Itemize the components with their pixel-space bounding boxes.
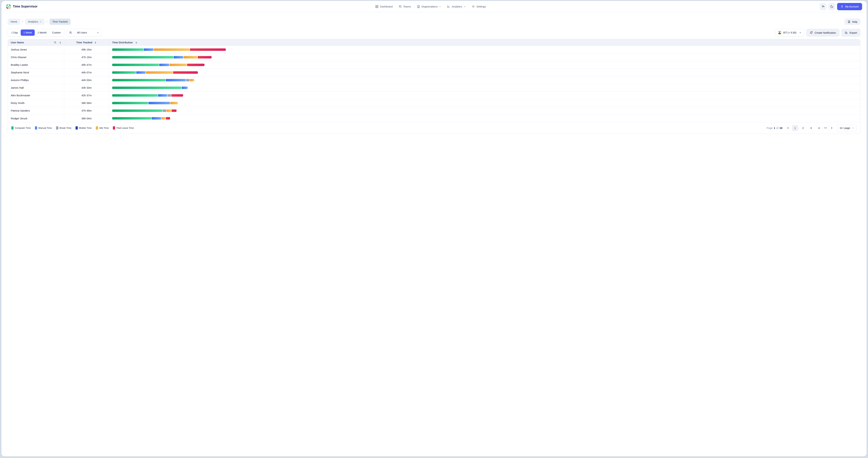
user-name-cell: Bradley Lawlor (8, 61, 64, 68)
legend-swatch-manual (35, 126, 37, 130)
breadcrumb-analytics[interactable]: Analytics (25, 19, 44, 25)
breadcrumb-label: Home (10, 20, 18, 23)
sort-arrow-icon[interactable] (94, 41, 97, 44)
segment-idle (146, 71, 173, 74)
segment-idle (190, 79, 194, 81)
time-distribution-cell (109, 115, 272, 122)
breadcrumb-home[interactable]: Home (8, 19, 20, 25)
legend-item-mobile: Mobile Time (75, 126, 92, 130)
segment-break (186, 79, 189, 81)
table-row[interactable]: Ricky Smith39h 59m (8, 99, 272, 107)
table-row[interactable]: Patricia Sanders37h 49m (8, 107, 272, 115)
legend: Computer TimeManual TimeBreak TimeMobile… (11, 126, 134, 130)
time-tracked-cell: 44h 03m (64, 76, 109, 84)
users-filter-value: All Users (74, 31, 89, 34)
range-button-custom[interactable]: Custom (49, 30, 64, 36)
legend-label: Manual Time (38, 127, 52, 129)
search-icon[interactable] (54, 41, 57, 44)
legend-swatch-computer (11, 126, 13, 130)
legend-item-idle: Idle Time (96, 126, 109, 130)
column-header-user-name[interactable]: User Name (8, 39, 64, 45)
breadcrumb-time-tracked[interactable]: Time Tracked (50, 19, 70, 25)
column-label: User Name (11, 41, 24, 44)
legend-swatch-paid_leave (113, 126, 115, 130)
table-row[interactable]: Alex Buckmaster42h 37m (8, 92, 272, 99)
table-row[interactable]: James Hall43h 33m (8, 84, 272, 92)
table-row[interactable]: Rodger Struck36h 04m (8, 115, 272, 122)
table-row[interactable]: Stephanie Nicol44h 07m (8, 69, 272, 76)
app-window: Time Supervisor Dashboard Teams (1, 1, 272, 142)
segment-paid_leave (173, 71, 198, 74)
segment-manual (136, 71, 146, 74)
segment-idle (169, 64, 187, 66)
table-header: User Name Time Tracked (8, 39, 272, 46)
navbar: Time Supervisor Dashboard Teams (1, 1, 272, 12)
breadcrumb-label: Analytics (28, 20, 38, 23)
time-distribution-cell (109, 46, 272, 53)
legend-swatch-mobile (75, 126, 78, 130)
chevron-down-icon (39, 21, 42, 23)
segment-computer (112, 56, 173, 59)
table-row[interactable]: Bradley Lawlor45h 47m (8, 61, 272, 69)
brand[interactable]: Time Supervisor (6, 4, 51, 9)
time-distribution-bar (112, 64, 205, 66)
user-name-cell: Joshua Jones (8, 46, 64, 53)
user-name-cell: Patricia Sanders (8, 107, 64, 114)
segment-manual (148, 102, 170, 104)
range-button-1-week[interactable]: 1 Week (21, 30, 35, 36)
legend-label: Mobile Time (79, 127, 92, 129)
time-distribution-cell (109, 99, 272, 107)
segment-idle (170, 102, 178, 104)
legend-item-manual: Manual Time (35, 126, 52, 130)
segment-manual (144, 48, 153, 51)
legend-label: Idle Time (99, 127, 109, 129)
range-button-1-month[interactable]: 1 Month (35, 30, 49, 36)
user-name-cell: James Hall (8, 84, 64, 91)
toolbar: 1 Day1 Week1 MonthCustom All Users IST (… (8, 29, 272, 36)
segment-computer (112, 102, 148, 104)
time-tracked-table: User Name Time Tracked (8, 39, 272, 134)
segment-computer (112, 117, 151, 120)
range-button-1-day[interactable]: 1 Day (8, 30, 21, 36)
time-distribution-bar (112, 71, 198, 74)
time-tracked-cell: 42h 37m (64, 92, 109, 99)
time-distribution-bar (112, 109, 177, 112)
time-distribution-cell (109, 92, 272, 99)
time-tracked-cell: 39h 59m (64, 99, 109, 107)
segment-idle (154, 48, 190, 51)
segment-break (167, 94, 171, 97)
sort-arrow-icon[interactable] (59, 41, 62, 44)
breadcrumb: Home / Analytics / Time Tracked (8, 19, 70, 25)
time-distribution-cell (109, 76, 272, 84)
segment-computer (112, 48, 144, 51)
segment-computer (112, 71, 136, 74)
user-name-cell: Stephanie Nicol (8, 69, 64, 76)
legend-swatch-idle (96, 126, 98, 130)
breadcrumb-separator: / (22, 20, 23, 23)
segment-paid_leave (172, 109, 177, 112)
column-label: Time Tracked (76, 41, 92, 44)
sort-arrow-icon[interactable] (135, 41, 138, 44)
breadcrumb-separator: / (47, 20, 48, 23)
table-row[interactable]: Autumn Phillips44h 03m (8, 76, 272, 84)
table-row[interactable]: Chris Glasser47h 15m (8, 54, 272, 61)
table-body: Joshua Jones49h 15mChris Glasser47h 15mB… (8, 46, 272, 122)
legend-item-paid_leave: Paid Leave Time (113, 126, 134, 130)
time-tracked-cell: 36h 04m (64, 115, 109, 122)
breadcrumb-row: Home / Analytics / Time Tracked Help (8, 19, 272, 25)
table-row[interactable]: Joshua Jones49h 15m (8, 46, 272, 54)
segment-manual (174, 56, 183, 59)
legend-label: Computer Time (15, 127, 31, 129)
user-name-cell: Rodger Struck (8, 115, 64, 122)
time-distribution-cell (109, 54, 272, 61)
column-header-time-tracked[interactable]: Time Tracked (64, 39, 109, 45)
main-nav: Dashboard Teams Organizations (51, 5, 272, 8)
users-filter-select[interactable]: All Users (67, 29, 102, 36)
segment-manual (158, 94, 167, 97)
segment-paid_leave (190, 48, 226, 51)
table-footer: Computer TimeManual TimeBreak TimeMobile… (8, 122, 272, 134)
segment-paid_leave (198, 56, 212, 59)
column-header-time-distribution[interactable]: Time Distribution (109, 39, 272, 45)
breadcrumb-label: Time Tracked (53, 20, 67, 23)
time-tracked-cell: 49h 15m (64, 46, 109, 53)
